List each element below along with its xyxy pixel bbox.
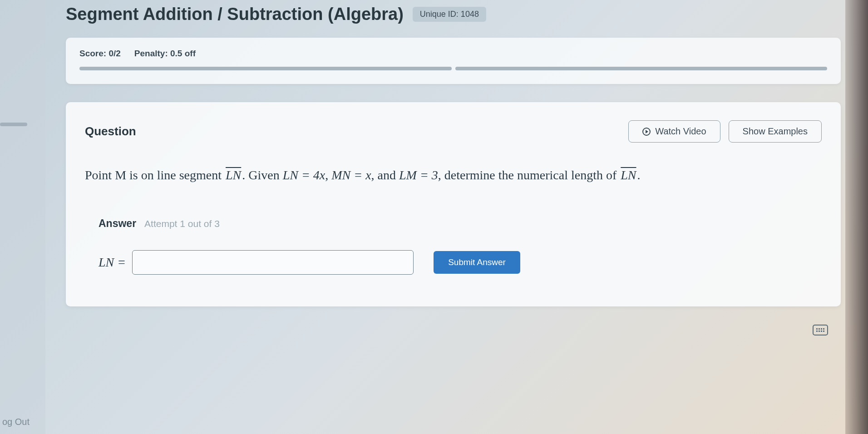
keyboard-icon[interactable]	[813, 325, 828, 335]
show-examples-button[interactable]: Show Examples	[729, 120, 822, 143]
progress-bar	[79, 67, 827, 70]
main-content: Segment Addition / Subtraction (Algebra)…	[66, 0, 868, 306]
answer-header: Answer Attempt 1 out of 3	[99, 217, 822, 230]
action-buttons: Watch Video Show Examples	[628, 120, 822, 143]
answer-section: Answer Attempt 1 out of 3 LN = Submit An…	[85, 217, 822, 275]
watch-video-button[interactable]: Watch Video	[628, 120, 720, 143]
page-title: Segment Addition / Subtraction (Algebra)	[66, 5, 404, 24]
question-text: Point M is on line segment LN. Given LN …	[85, 165, 822, 186]
answer-input-row: LN = Submit Answer	[99, 250, 822, 275]
logout-link[interactable]: og Out	[0, 417, 30, 427]
attempt-text: Attempt 1 out of 3	[144, 218, 220, 229]
page-title-row: Segment Addition / Subtraction (Algebra)…	[66, 5, 841, 24]
play-icon	[642, 128, 651, 136]
right-frame-edge	[845, 0, 868, 434]
answer-label: Answer	[99, 217, 136, 230]
score-row: Score: 0/2 Penalty: 0.5 off	[79, 49, 827, 59]
question-heading: Question	[85, 124, 136, 138]
sidebar-item-stub[interactable]	[0, 123, 27, 126]
question-header: Question Watch Video Show Examples	[85, 120, 822, 143]
answer-input[interactable]	[132, 250, 414, 275]
show-examples-label: Show Examples	[743, 126, 808, 137]
watch-video-label: Watch Video	[655, 126, 706, 137]
answer-prefix: LN =	[99, 255, 126, 270]
unique-id-badge: Unique ID: 1048	[413, 7, 486, 22]
sidebar-edge	[0, 0, 45, 434]
submit-answer-button[interactable]: Submit Answer	[434, 251, 520, 274]
penalty-label: Penalty: 0.5 off	[134, 49, 196, 59]
score-card: Score: 0/2 Penalty: 0.5 off	[66, 38, 841, 84]
progress-segment-2	[455, 67, 828, 70]
progress-segment-1	[79, 67, 452, 70]
score-label: Score: 0/2	[79, 49, 121, 59]
question-card: Question Watch Video Show Examples Point…	[66, 102, 841, 306]
